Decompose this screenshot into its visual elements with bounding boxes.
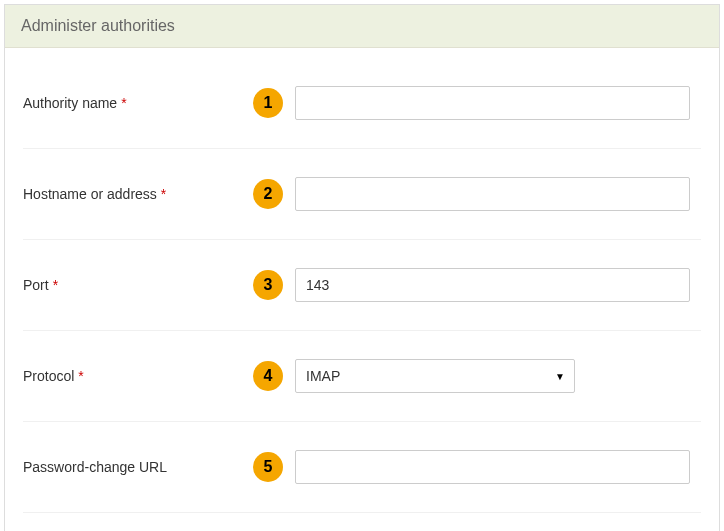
- label-wrap: Authority name *: [23, 95, 253, 111]
- row-port: Port * 3: [23, 240, 701, 331]
- password-change-url-input[interactable]: [295, 450, 690, 484]
- required-marker: *: [161, 186, 166, 202]
- input-wrap: 3: [253, 268, 701, 302]
- input-wrap: 4 IMAP ▼: [253, 359, 701, 393]
- port-input[interactable]: [295, 268, 690, 302]
- protocol-select[interactable]: IMAP: [295, 359, 575, 393]
- panel-title: Administer authorities: [5, 5, 719, 48]
- label-wrap: Password-change URL: [23, 459, 253, 475]
- label-wrap: Port *: [23, 277, 253, 293]
- step-badge-1: 1: [253, 88, 283, 118]
- input-wrap: 1: [253, 86, 701, 120]
- required-marker: *: [121, 95, 126, 111]
- required-marker: *: [53, 277, 58, 293]
- label-wrap: Hostname or address *: [23, 186, 253, 202]
- input-wrap: 2: [253, 177, 701, 211]
- label-protocol: Protocol: [23, 368, 74, 384]
- step-badge-3: 3: [253, 270, 283, 300]
- row-protocol: Protocol * 4 IMAP ▼: [23, 331, 701, 422]
- label-password-change-url: Password-change URL: [23, 459, 167, 475]
- hostname-input[interactable]: [295, 177, 690, 211]
- panel-body: Authority name * 1 Hostname or address *…: [5, 48, 719, 531]
- row-authority-name: Authority name * 1: [23, 58, 701, 149]
- authority-name-input[interactable]: [295, 86, 690, 120]
- input-wrap: 5: [253, 450, 701, 484]
- required-marker: *: [78, 368, 83, 384]
- step-badge-4: 4: [253, 361, 283, 391]
- label-authority-name: Authority name: [23, 95, 117, 111]
- label-port: Port: [23, 277, 49, 293]
- row-password-change-url: Password-change URL 5: [23, 422, 701, 513]
- admin-authorities-panel: Administer authorities Authority name * …: [4, 4, 720, 531]
- label-hostname: Hostname or address: [23, 186, 157, 202]
- row-hostname: Hostname or address * 2: [23, 149, 701, 240]
- step-badge-2: 2: [253, 179, 283, 209]
- step-badge-5: 5: [253, 452, 283, 482]
- label-wrap: Protocol *: [23, 368, 253, 384]
